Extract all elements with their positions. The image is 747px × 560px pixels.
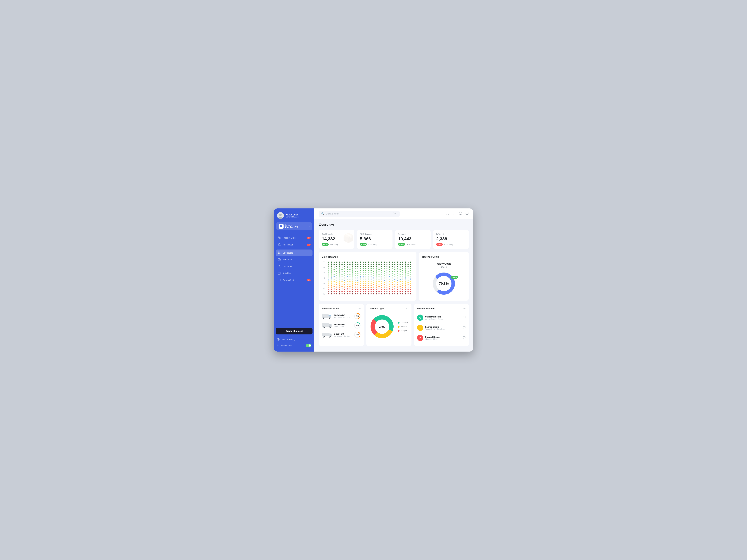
general-setting-item[interactable]: General Setting: [276, 337, 312, 342]
svg-point-125: [344, 275, 345, 276]
svg-point-405: [392, 280, 393, 281]
svg-point-59: [334, 262, 335, 263]
company-selector[interactable]: U Company Uno Job NYC ▾: [276, 222, 312, 230]
svg-rect-7: [278, 252, 279, 252]
svg-point-237: [363, 287, 364, 288]
svg-point-130: [344, 287, 345, 288]
svg-point-355: [384, 271, 385, 272]
svg-point-143: [347, 284, 348, 285]
svg-point-488: [407, 262, 409, 263]
revenue-goals-menu[interactable]: ···: [463, 255, 466, 258]
globe-icon[interactable]: [459, 212, 462, 216]
svg-point-337: [381, 266, 382, 267]
svg-point-254: [365, 289, 366, 290]
svg-point-135: [347, 264, 348, 265]
svg-point-397: [392, 262, 393, 263]
chart-menu-icon[interactable]: ···: [411, 255, 413, 258]
parcels-donut: 2.5K Cadastre Farmer: [369, 313, 408, 341]
svg-point-375: [386, 279, 387, 281]
svg-point-198: [357, 271, 358, 272]
svg-point-100: [339, 286, 340, 287]
sidebar-item-notification[interactable]: Notification 12: [276, 241, 312, 248]
svg-point-25: [328, 262, 329, 263]
svg-point-390: [389, 278, 390, 280]
sidebar-item-activities[interactable]: Activities: [276, 270, 312, 276]
sidebar-item-costumer[interactable]: Costumer: [276, 263, 312, 270]
truck-item: G 6554 DC Manchester - London 60%: [322, 331, 361, 338]
sidebar-item-shipment[interactable]: Shipment: [276, 256, 312, 263]
svg-point-121: [344, 266, 345, 267]
create-shipment-button[interactable]: Create shipment: [276, 328, 312, 335]
svg-point-284: [370, 285, 371, 286]
notifications-icon[interactable]: [452, 212, 456, 216]
svg-point-224: [360, 293, 361, 294]
parcels-type-card: Parcels Type ···: [366, 304, 411, 346]
svg-rect-5: [278, 238, 279, 239]
dot-chart-area: [326, 261, 413, 295]
svg-point-49: [331, 275, 332, 276]
request-item: F Farmer Blocks Yuzva Alysca - Barcelona: [417, 323, 466, 333]
parcels-request-menu[interactable]: ···: [463, 307, 466, 310]
svg-point-89: [339, 264, 340, 265]
stat-label: ECO Shipment: [360, 233, 389, 235]
svg-rect-4: [280, 237, 280, 238]
bottom-row: Available Truck ···: [319, 304, 469, 346]
svg-point-173: [352, 284, 353, 285]
svg-point-190: [355, 287, 356, 288]
available-truck-menu[interactable]: ···: [358, 307, 361, 310]
svg-point-231: [363, 274, 364, 275]
parcels-type-menu[interactable]: ···: [406, 307, 408, 310]
svg-point-333: [379, 291, 380, 292]
svg-point-322: [379, 264, 380, 265]
svg-point-477: [405, 273, 406, 274]
legend-label: Phsycal: [401, 330, 407, 332]
svg-point-379: [386, 287, 387, 288]
sidebar-item-group-chat[interactable]: Group Chat 49: [276, 277, 312, 284]
screen-mode-toggle[interactable]: [306, 344, 311, 347]
chat-icon[interactable]: [463, 316, 466, 319]
svg-point-479: [405, 277, 406, 278]
svg-point-56: [331, 289, 332, 290]
svg-point-421: [394, 284, 395, 285]
svg-point-461: [402, 274, 403, 275]
svg-point-176: [352, 289, 353, 290]
svg-point-70: [334, 288, 335, 290]
svg-point-327: [379, 276, 380, 277]
svg-point-134: [347, 262, 348, 263]
svg-point-102: [339, 289, 340, 290]
svg-point-301: [373, 289, 374, 290]
svg-point-118: [341, 293, 342, 294]
chat-icon[interactable]: [463, 326, 466, 329]
svg-point-408: [392, 287, 393, 288]
svg-point-36: [328, 284, 329, 285]
user-icon[interactable]: [446, 212, 449, 216]
svg-point-402: [392, 273, 393, 274]
box-icon[interactable]: [465, 212, 469, 216]
svg-point-218: [360, 281, 361, 282]
svg-point-416: [394, 271, 395, 272]
svg-point-96: [339, 277, 340, 278]
svg-point-76: [336, 268, 337, 269]
svg-point-146: [347, 291, 348, 292]
svg-point-517: [410, 291, 411, 292]
stat-value: 5,366: [360, 236, 389, 241]
svg-point-311: [376, 275, 377, 276]
svg-point-454: [400, 293, 401, 294]
svg-point-285: [370, 287, 371, 288]
svg-point-252: [365, 285, 366, 286]
search-box[interactable]: 🔍 Quick Search ⌘: [319, 211, 400, 217]
screen-mode-item[interactable]: Screen mode: [276, 343, 312, 348]
sidebar-item-dashboard[interactable]: Dashboard: [276, 249, 312, 256]
svg-point-131: [344, 289, 345, 290]
svg-point-226: [363, 264, 364, 265]
svg-point-411: [392, 293, 393, 294]
svg-point-541: [324, 336, 324, 337]
sidebar-item-product-order[interactable]: Product Order 20: [276, 235, 312, 241]
chat-icon[interactable]: [463, 336, 466, 340]
svg-point-425: [394, 293, 395, 294]
svg-point-347: [381, 287, 382, 288]
svg-point-486: [405, 291, 406, 292]
svg-point-323: [379, 266, 380, 268]
svg-point-332: [379, 288, 380, 290]
parcels-type-title: Parcels Type: [369, 307, 384, 310]
